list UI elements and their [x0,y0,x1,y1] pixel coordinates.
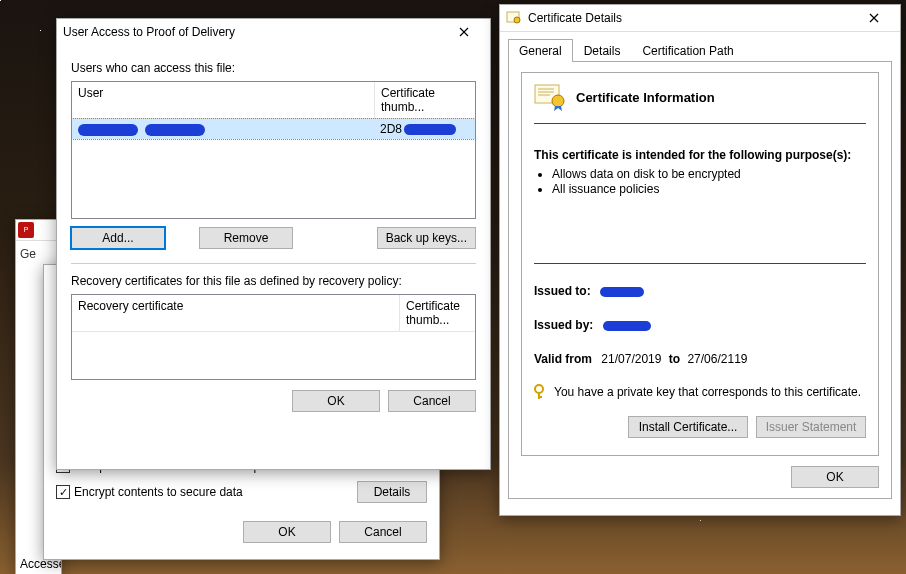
key-icon [534,384,548,400]
details-button[interactable]: Details [357,481,427,503]
issued-by-label: Issued by: [534,318,593,332]
user-access-dialog: User Access to Proof of Delivery Users w… [56,18,491,470]
certificate-purpose-item: Allows data on disk to be encrypted [552,167,866,181]
valid-from-value: 21/07/2019 [601,352,661,366]
pdf-icon: P [18,222,34,238]
certificate-purpose-list: Allows data on disk to be encrypted All … [552,166,866,197]
users-col-thumb[interactable]: Certificate thumb... [375,82,475,118]
redacted-issued-to-icon [600,287,644,297]
install-certificate-button[interactable]: Install Certificate... [628,416,748,438]
recovery-col-thumb[interactable]: Certificate thumb... [400,295,475,331]
certificate-dialog: Certificate Details General Details Cert… [499,4,901,516]
svg-point-6 [552,95,564,107]
close-icon[interactable] [854,6,894,30]
access-cancel-button[interactable]: Cancel [388,390,476,412]
adv-cancel-button[interactable]: Cancel [339,521,427,543]
svg-point-1 [514,17,520,23]
users-col-user[interactable]: User [72,82,375,118]
valid-to-value: 27/06/2119 [687,352,747,366]
adv-ok-button[interactable]: OK [243,521,331,543]
users-row-thumb-value: 2D8 [380,122,402,136]
private-key-text: You have a private key that corresponds … [554,385,861,399]
certificate-ok-button[interactable]: OK [791,466,879,488]
users-label: Users who can access this file: [71,61,476,75]
recovery-label: Recovery certificates for this file as d… [71,274,476,288]
checkbox-checked-icon: ✓ [56,485,70,499]
backup-keys-button[interactable]: Back up keys... [377,227,476,249]
certificate-purpose-line: This certificate is intended for the fol… [534,148,866,162]
tab-general[interactable]: General [508,39,573,62]
remove-button[interactable]: Remove [199,227,293,249]
certificate-icon [506,10,522,26]
svg-rect-9 [538,396,542,398]
encrypt-checkbox[interactable]: ✓ Encrypt contents to secure data [56,485,243,499]
valid-from-label: Valid from [534,352,592,366]
redacted-thumb-icon [404,124,456,135]
recovery-col-cert[interactable]: Recovery certificate [72,295,400,331]
svg-point-7 [535,385,543,393]
users-list[interactable]: User Certificate thumb... 2D8 [71,81,476,219]
recovery-list[interactable]: Recovery certificate Certificate thumb..… [71,294,476,380]
user-access-title: User Access to Proof of Delivery [63,25,235,39]
tab-certification-path[interactable]: Certification Path [631,39,744,62]
certificate-info-box: Certificate Information This certificate… [521,72,879,456]
certificate-tabs: General Details Certification Path [508,38,892,62]
certificate-tab-general-page: Certificate Information This certificate… [508,62,892,499]
access-ok-button[interactable]: OK [292,390,380,412]
issuer-statement-button: Issuer Statement [756,416,866,438]
add-button[interactable]: Add... [71,227,165,249]
properties-tab-fragment: Ge [16,247,61,261]
redacted-user-icon [145,124,205,136]
users-list-row[interactable]: 2D8 [72,119,475,139]
redacted-issued-by-icon [603,321,651,331]
issued-to-label: Issued to: [534,284,591,298]
certificate-icon [534,83,568,111]
certificate-purpose-item: All issuance policies [552,182,866,196]
valid-to-word: to [669,352,680,366]
encrypt-checkbox-label: Encrypt contents to secure data [74,485,243,499]
certificate-title: Certificate Details [528,11,622,25]
close-icon[interactable] [444,20,484,44]
redacted-user-icon [78,124,138,136]
tab-details[interactable]: Details [573,39,632,62]
certificate-info-heading: Certificate Information [576,90,715,105]
